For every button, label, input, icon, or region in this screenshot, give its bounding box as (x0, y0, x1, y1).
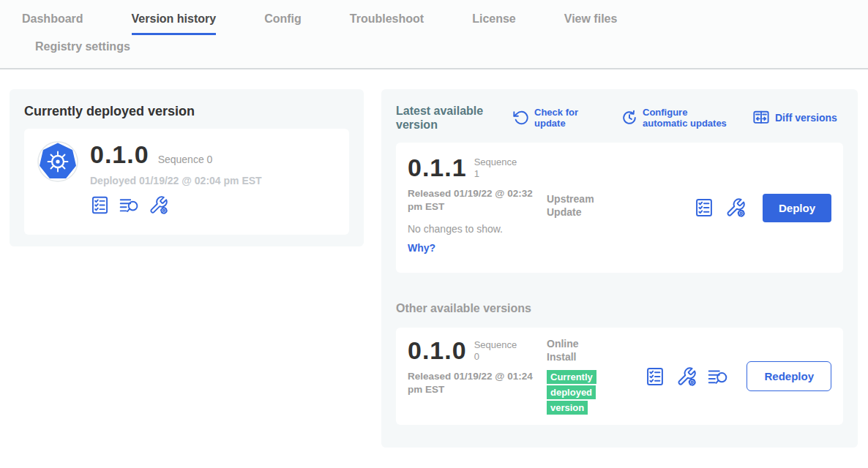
latest-released-timestamp: Released 01/19/22 @ 02:32 pm EST (408, 187, 534, 214)
deployed-sequence-label: Sequence 0 (158, 154, 213, 165)
other-version-details: 0.1.0 Sequence 0 Released 01/19/22 @ 01:… (408, 337, 547, 415)
preflight-checks-icon[interactable] (694, 197, 714, 218)
tab-view-files[interactable]: View files (564, 12, 618, 35)
check-for-update-label: Check for update (534, 107, 599, 129)
currently-deployed-card: Currently deployed version 0.1.0 Sequenc… (10, 89, 364, 246)
configure-automatic-updates-link[interactable]: Configure automatic updates (621, 107, 733, 129)
currently-deployed-badge: Currently deployed version (547, 370, 596, 415)
release-notes-icon[interactable] (708, 366, 728, 387)
diff-versions-link[interactable]: Diff versions (752, 110, 837, 126)
other-version-number: 0.1.0 (408, 337, 467, 363)
other-sequence-label: Sequence 0 (474, 337, 520, 363)
top-navigation: Dashboard Version history Config Trouble… (0, 0, 868, 69)
other-version-card: 0.1.0 Sequence 0 Released 01/19/22 @ 01:… (396, 328, 843, 425)
latest-version-card: 0.1.1 Sequence 1 Released 01/19/22 @ 02:… (396, 143, 843, 273)
config-icon[interactable] (725, 197, 746, 218)
latest-version-details: 0.1.1 Sequence 1 Released 01/19/22 @ 02:… (408, 154, 547, 261)
deploy-button[interactable]: Deploy (763, 194, 831, 222)
config-icon[interactable] (149, 195, 168, 215)
deployed-version-number: 0.1.0 (90, 141, 149, 167)
deployed-timestamp: Deployed 01/19/22 @ 02:04 pm EST (90, 175, 262, 186)
other-available-versions-heading: Other available versions (396, 302, 843, 315)
diff-icon (752, 110, 770, 126)
other-source-column: Online Install Currently deployed versio… (547, 337, 610, 415)
latest-source-label: Upstream Update (547, 154, 610, 261)
no-changes-note: No changes to show. (408, 223, 547, 235)
tab-troubleshoot[interactable]: Troubleshoot (350, 12, 424, 35)
latest-available-title: Latest available version (396, 104, 510, 132)
redeploy-button[interactable]: Redeploy (747, 361, 831, 391)
diff-versions-label: Diff versions (775, 113, 837, 124)
refresh-icon (513, 110, 529, 126)
nav-row-primary: Dashboard Version history Config Trouble… (0, 0, 868, 35)
preflight-checks-icon[interactable] (645, 366, 665, 387)
other-source-label: Online Install (547, 337, 610, 363)
tab-config[interactable]: Config (264, 12, 302, 35)
check-for-update-link[interactable]: Check for update (513, 107, 599, 129)
why-link[interactable]: Why? (408, 242, 547, 254)
available-versions-panel: Latest available version Check for updat… (381, 89, 858, 448)
scheduled-update-icon (621, 110, 637, 126)
nav-row-secondary: Registry settings (0, 35, 868, 61)
panel-header: Latest available version Check for updat… (396, 104, 843, 132)
deployed-version-details: 0.1.0 Sequence 0 Deployed 01/19/22 @ 02:… (90, 141, 262, 222)
other-version-actions: Redeploy (645, 361, 831, 391)
latest-version-number: 0.1.1 (408, 154, 467, 181)
currently-deployed-title: Currently deployed version (24, 104, 349, 119)
config-icon[interactable] (676, 366, 697, 387)
deployed-version-row: 0.1.0 Sequence 0 Deployed 01/19/22 @ 02:… (24, 129, 349, 235)
tab-registry-settings[interactable]: Registry settings (35, 40, 130, 61)
latest-sequence-label: Sequence 1 (474, 154, 520, 180)
tab-dashboard[interactable]: Dashboard (22, 12, 83, 35)
tab-license[interactable]: License (472, 12, 516, 35)
other-released-timestamp: Released 01/19/22 @ 01:24 pm EST (408, 370, 534, 396)
release-notes-icon[interactable] (119, 195, 139, 215)
kubernetes-logo-icon (37, 141, 78, 182)
preflight-checks-icon[interactable] (90, 195, 110, 215)
tab-version-history[interactable]: Version history (132, 12, 217, 35)
configure-automatic-updates-label: Configure automatic updates (643, 107, 733, 129)
latest-version-actions: Deploy (694, 194, 831, 222)
